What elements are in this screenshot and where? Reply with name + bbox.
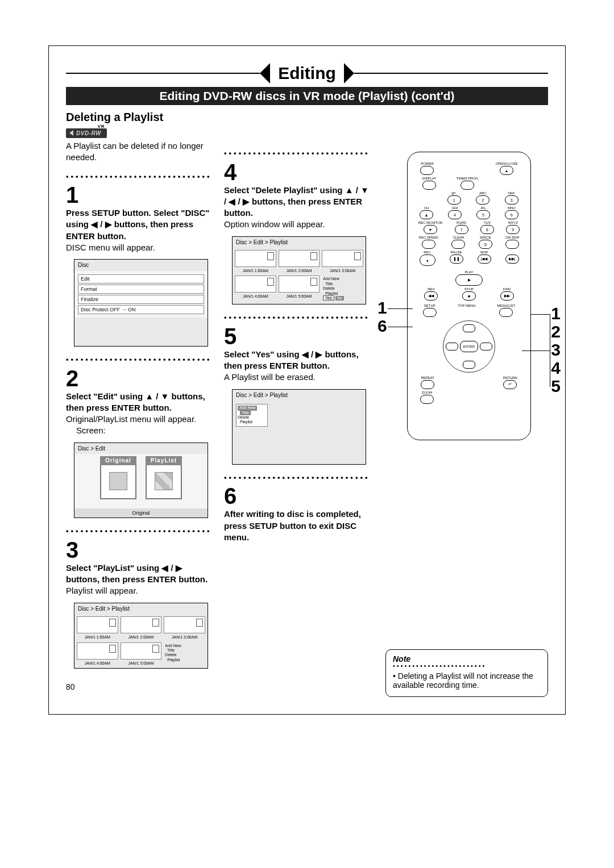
- key-label: PLAY: [465, 270, 474, 274]
- column-remote: POWER OPEN/CLOSE▲ DISPLAY TIMER PROG. @!…: [382, 140, 548, 669]
- key-label: TOP MENU: [458, 304, 475, 307]
- callout-right-2: 2: [551, 322, 561, 341]
- key-label: REC: [424, 251, 431, 254]
- menu-delete: Delete: [165, 653, 176, 657]
- osd-after-crumb: Disc > Edit > Playlist: [233, 390, 366, 401]
- remote-display-label: DISPLAY: [422, 177, 437, 180]
- dpad-left-icon: [446, 343, 458, 350]
- playlist-thumb: [164, 616, 205, 633]
- return-button-icon: ↶: [503, 380, 517, 389]
- remote-timer-label: TIMER PROG.: [457, 177, 479, 180]
- key-label: SPACE: [480, 236, 491, 239]
- setup-button-icon: [423, 308, 437, 317]
- playlist-menu-tile: Add New Title Delete Playlist: [236, 404, 268, 427]
- osd-playlist-label: PlayList: [146, 456, 182, 465]
- osd-item-edit: Edit: [78, 274, 204, 283]
- num-1-button: 1: [447, 195, 461, 205]
- intro-text: A Playlist can be deleted if no longer n…: [66, 140, 214, 164]
- note-box: Note •••••••••••••••••••••••• • Deleting…: [385, 649, 548, 697]
- callout-lead: [531, 314, 550, 315]
- display-button-icon: [422, 181, 436, 190]
- key-label: SKIP: [480, 251, 488, 254]
- osd-playlist-grid: Disc > Edit > Playlist JAN/1 1:00AM JAN/…: [74, 603, 208, 669]
- key-label: GHI: [452, 206, 458, 210]
- key-label: WXYZ: [508, 221, 518, 224]
- osd-confirm-grid: Disc > Edit > Playlist JAN/1 1:00AM JAN/…: [232, 236, 366, 305]
- callout-right-4: 4: [551, 358, 561, 378]
- step-6-bold: After writing to disc is completed, pres…: [224, 508, 372, 543]
- num-8-button: 8: [480, 225, 494, 234]
- num-3-button: 3: [505, 195, 518, 205]
- thumb-caption: JAN/1 3:00AM: [322, 268, 363, 273]
- thumb-caption: JAN/1 2:00AM: [121, 635, 162, 640]
- num-9-button: 9: [506, 225, 520, 234]
- confirm-no: No: [335, 296, 344, 301]
- divider-dots: ••••••••••••••••••••••••••••••: [224, 312, 372, 323]
- osd-item-finalize: Finalize: [78, 295, 204, 304]
- badge-vr: VR: [98, 124, 105, 129]
- playlist-thumb: [121, 616, 162, 633]
- menu-add: Add New: [165, 644, 181, 648]
- play-button-icon: ▶: [455, 274, 483, 286]
- step-2-number: 2: [66, 367, 214, 390]
- step-4-body: Option window will appear.: [224, 219, 372, 230]
- menu-add: Add New: [238, 406, 257, 410]
- playlist-menu-tile: Add New Title Delete Playlist Yes No: [322, 276, 363, 302]
- key-label: REPEAT: [421, 376, 434, 379]
- section-title: Deleting a Playlist: [66, 111, 548, 124]
- divider-dots: ••••••••••••••••••••••••••••••: [224, 473, 372, 483]
- osd-disc-list: Edit Format Finalize Disc Protect OFF → …: [74, 271, 208, 318]
- divider-dots: ••••••••••••••••••••••••••••••: [66, 172, 214, 182]
- key-label: REV: [428, 287, 434, 291]
- playlist-thumb: [279, 250, 320, 267]
- osd-after-delete: Disc > Edit > Playlist Add New Title Del…: [232, 389, 366, 465]
- step-2-body: Original/PlayList menu will appear.: [66, 414, 214, 425]
- callout-left-6: 6: [377, 316, 387, 336]
- osd-edit-footer: Original: [74, 508, 208, 518]
- playlist-thumb: [235, 276, 276, 293]
- key-label: RETURN: [503, 376, 517, 379]
- osd-item-format: Format: [78, 285, 204, 294]
- key-label: TUV: [484, 221, 491, 224]
- ch-up-button: ▲: [420, 210, 433, 219]
- ch-down-button: ▼: [424, 225, 437, 234]
- key-label: ZOOM: [422, 391, 432, 394]
- clear-button-icon: [451, 240, 465, 249]
- menu-delete: Delete: [323, 286, 334, 290]
- confirm-yes: Yes: [323, 295, 334, 301]
- playlist-thumb: [77, 642, 118, 660]
- step-1-body: DISC menu will appear.: [66, 242, 214, 253]
- step-2-body2: Screen:: [66, 425, 214, 436]
- key-label: CH: [424, 206, 429, 210]
- chapter-title: Editing: [270, 64, 344, 83]
- skip-next-button-icon: ▶▶|: [505, 254, 519, 264]
- remote-power-label: POWER: [421, 162, 434, 165]
- remote-openclose-label: OPEN/CLOSE: [495, 162, 517, 165]
- playlist-thumb: [322, 250, 363, 267]
- thumb-caption: JAN/1 1:00AM: [77, 635, 118, 640]
- osd-playlist-crumb: Disc > Edit > Playlist: [74, 603, 208, 615]
- callout-lead: [388, 308, 413, 309]
- osd-disc-menu: Disc Edit Format Finalize Disc Protect O…: [74, 259, 208, 347]
- chapter-header: Editing: [66, 63, 548, 84]
- num-5-button: 5: [476, 210, 490, 219]
- callout-left-1: 1: [377, 298, 387, 318]
- key-label: SETUP: [424, 304, 435, 307]
- key-label: CLEAR: [453, 236, 464, 239]
- key-label: STOP: [464, 287, 474, 291]
- menu-playlist: Playlist: [325, 291, 338, 295]
- repeat-button-icon: [421, 380, 434, 389]
- step-4-bold: Select "Delete Playlist" using ▲ / ▼ / ◀…: [224, 185, 372, 219]
- thumb-caption: JAN/1 2:00AM: [279, 268, 320, 273]
- step-3-bold: Select "PlayList" using ◀ / ▶ buttons, t…: [66, 562, 214, 586]
- thumb-caption: JAN/1 3:00AM: [164, 635, 205, 640]
- step-5-number: 5: [224, 325, 372, 348]
- pause-button-icon: ❚❚: [450, 254, 463, 264]
- key-label: REC MONITOR: [418, 221, 443, 224]
- menu-playlist: Playlist: [167, 658, 180, 662]
- step-5-bold: Select "Yes" using ◀ / ▶ buttons, then p…: [224, 349, 372, 372]
- num-2-button: 2: [476, 195, 489, 205]
- stop-button-icon: ■: [462, 291, 476, 301]
- enter-button: ENTER: [460, 341, 478, 352]
- manual-page: Editing Editing DVD-RW discs in VR mode …: [48, 45, 566, 715]
